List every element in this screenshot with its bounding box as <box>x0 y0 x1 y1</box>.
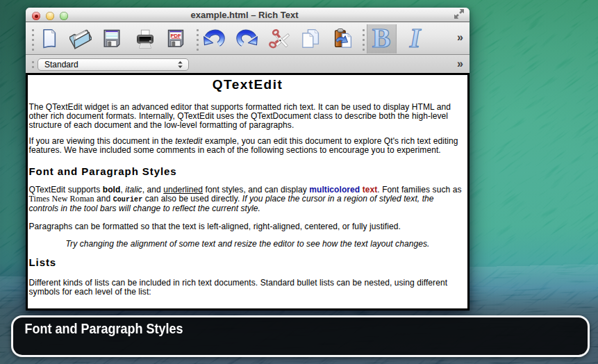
svg-text:B: B <box>372 24 391 53</box>
svg-text:I: I <box>408 24 421 53</box>
svg-text:PDF: PDF <box>171 33 182 39</box>
